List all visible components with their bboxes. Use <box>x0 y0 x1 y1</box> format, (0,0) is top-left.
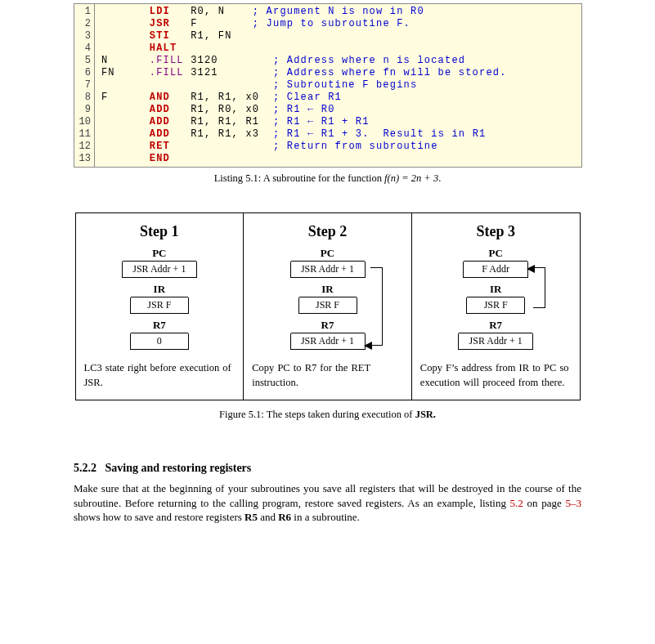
reg-block-r7: R70 <box>122 319 197 350</box>
section-number: 5.2.2 <box>74 462 96 474</box>
step-title: Step 1 <box>140 223 179 240</box>
reg-value-pc: JSR Addr + 1 <box>290 262 366 278</box>
figure-panel-step2: Step 2PCJSR Addr + 1IRJSR FR7JSR Addr + … <box>244 213 412 400</box>
reg-value-ir: JSR F <box>130 297 189 314</box>
reg-block-pc: PCJSR Addr + 1 <box>122 247 197 278</box>
reg-value-r7: 0 <box>130 333 189 350</box>
arrowhead-icon <box>527 263 535 276</box>
reg-block-r7: R7JSR Addr + 1 <box>458 319 533 350</box>
register-stack: PCF AddrIRJSR FR7JSR Addr + 1 <box>458 247 533 355</box>
listing-caption-suffix: . <box>438 172 441 184</box>
reg-label-pc: PC <box>291 247 365 262</box>
register-stack: PCJSR Addr + 1IRJSR FR70 <box>122 247 197 355</box>
reg-block-ir: IRJSR F <box>458 283 533 314</box>
reg-label-pc: PC <box>464 247 527 262</box>
body-post: shows how to save and restore registers <box>74 511 245 523</box>
reg-value-r7: JSR Addr + 1 <box>290 333 366 350</box>
body-and: and <box>258 511 278 523</box>
code-body: LDI R0, N ; Argument N is now in R0 JSR … <box>95 4 514 167</box>
reg-block-ir: IRJSR F <box>290 283 366 314</box>
reg-value-ir: JSR F <box>298 297 357 314</box>
step-description: Copy F’s address from IR to PC so execut… <box>420 361 572 390</box>
step-title: Step 3 <box>476 223 515 240</box>
reg-r6: R6 <box>278 511 291 523</box>
line-numbers: 12345678910111213 <box>74 4 95 167</box>
reg-label-pc: PC <box>123 247 196 262</box>
listing-caption: Listing 5.1: A subroutine for the functi… <box>214 172 442 185</box>
arrow-ir-to-pc <box>533 267 545 308</box>
reg-block-pc: PCJSR Addr + 1 <box>290 247 366 278</box>
reg-label-r7: R7 <box>459 319 532 333</box>
svg-marker-1 <box>527 265 535 273</box>
section-heading: 5.2.2 Saving and restoring registers <box>74 462 251 475</box>
body-pre: Make sure that at the beginning of your … <box>74 482 581 509</box>
reg-label-r7: R7 <box>131 319 188 333</box>
reg-label-ir: IR <box>299 283 357 297</box>
body-mid: on page <box>523 497 566 509</box>
code-listing: 12345678910111213 LDI R0, N ; Argument N… <box>74 3 582 168</box>
arrowhead-icon <box>364 340 372 353</box>
figure-caption: Figure 5.1: The steps taken during execu… <box>219 409 436 421</box>
figure-panel-step1: Step 1PCJSR Addr + 1IRJSR FR70LC3 state … <box>76 213 245 400</box>
listing-caption-prefix: Listing 5.1: A subroutine for the functi… <box>214 172 384 184</box>
reg-value-pc: JSR Addr + 1 <box>122 262 197 278</box>
figure-caption-text: Figure 5.1: The steps taken during execu… <box>219 409 415 420</box>
figure-caption-bold: JSR. <box>415 409 436 420</box>
step-title: Step 2 <box>308 223 348 240</box>
reg-label-r7: R7 <box>291 319 365 333</box>
svg-marker-0 <box>364 342 372 350</box>
link-listing-ref[interactable]: 5.2 <box>510 497 523 509</box>
reg-block-ir: IRJSR F <box>122 283 197 314</box>
reg-value-r7: JSR Addr + 1 <box>458 333 533 350</box>
reg-value-pc: F Addr <box>463 262 528 278</box>
reg-value-ir: JSR F <box>466 297 525 314</box>
reg-label-ir: IR <box>467 283 524 297</box>
register-stack: PCJSR Addr + 1IRJSR FR7JSR Addr + 1 <box>290 247 366 355</box>
step-description: Copy PC to R7 for the RET instruction. <box>252 361 403 390</box>
section-body: Make sure that at the beginning of your … <box>74 481 581 525</box>
link-page-ref[interactable]: 5–3 <box>566 497 582 509</box>
step-description: LC3 state right before execution of JSR. <box>84 361 236 390</box>
reg-r5: R5 <box>245 511 258 523</box>
listing-caption-expr: f(n) = 2n + 3 <box>384 172 438 184</box>
section-title: Saving and restoring registers <box>105 462 252 474</box>
arrow-pc-to-r7 <box>370 267 383 346</box>
figure-jsr-steps: Step 1PCJSR Addr + 1IRJSR FR70LC3 state … <box>75 212 581 400</box>
reg-block-r7: R7JSR Addr + 1 <box>290 319 366 350</box>
figure-panel-step3: Step 3PCF AddrIRJSR FR7JSR Addr + 1Copy … <box>412 213 580 400</box>
reg-block-pc: PCF Addr <box>458 247 533 278</box>
body-tail: in a subroutine. <box>291 511 360 523</box>
reg-label-ir: IR <box>131 283 188 297</box>
